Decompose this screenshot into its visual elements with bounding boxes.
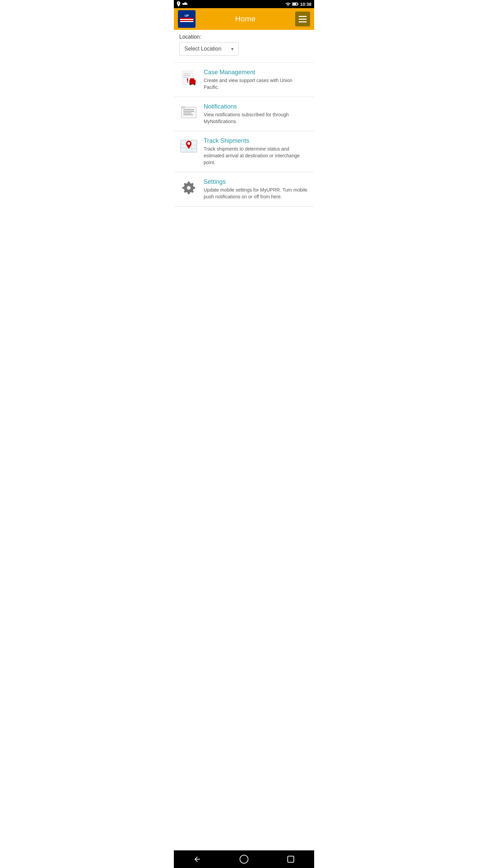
settings-content: Settings Update mobile settings for MyUP… bbox=[204, 178, 309, 200]
svg-rect-5 bbox=[180, 20, 194, 21]
location-section: Location: Select Location ▾ bbox=[174, 30, 314, 58]
location-pin-icon bbox=[177, 1, 181, 7]
svg-rect-25 bbox=[186, 106, 190, 108]
svg-point-18 bbox=[187, 82, 188, 83]
case-management-item[interactable]: Case Management Create and view support … bbox=[174, 62, 314, 97]
notifications-content: Notifications View notifications subscri… bbox=[204, 103, 309, 125]
svg-rect-3 bbox=[180, 18, 194, 19]
case-management-desc: Create and view support cases with Union… bbox=[204, 77, 309, 91]
track-shipments-item[interactable]: Track Shipments Track shipments to deter… bbox=[174, 131, 314, 172]
track-shipments-content: Track Shipments Track shipments to deter… bbox=[204, 137, 309, 166]
menu-button[interactable] bbox=[295, 12, 310, 26]
settings-item[interactable]: Settings Update mobile settings for MyUP… bbox=[174, 172, 314, 206]
menu-list: Case Management Create and view support … bbox=[174, 62, 314, 206]
location-select-dropdown[interactable]: Select Location ▾ bbox=[179, 42, 239, 56]
svg-rect-1 bbox=[292, 3, 296, 5]
svg-text:UP: UP bbox=[185, 14, 189, 17]
track-shipments-desc: Track shipments to determine status and … bbox=[204, 146, 309, 166]
notifications-title: Notifications bbox=[204, 103, 309, 110]
location-label: Location: bbox=[179, 34, 309, 40]
notifications-icon bbox=[180, 104, 198, 121]
menu-line-2 bbox=[299, 19, 307, 20]
svg-rect-20 bbox=[183, 109, 194, 110]
case-management-icon bbox=[180, 70, 198, 87]
status-bar: 10:38 bbox=[174, 0, 314, 8]
svg-point-31 bbox=[187, 142, 190, 145]
app-header: UP Home bbox=[174, 8, 314, 30]
svg-point-16 bbox=[194, 84, 196, 85]
svg-rect-22 bbox=[183, 113, 191, 114]
svg-point-15 bbox=[190, 84, 191, 85]
menu-line-1 bbox=[299, 16, 307, 17]
time-display: 10:38 bbox=[300, 2, 311, 7]
chevron-down-icon: ▾ bbox=[231, 46, 233, 52]
status-bar-right: 10:38 bbox=[285, 2, 311, 7]
svg-rect-12 bbox=[183, 77, 188, 78]
notifications-item[interactable]: Notifications View notifications subscri… bbox=[174, 97, 314, 131]
svg-rect-4 bbox=[180, 19, 194, 20]
location-select-text: Select Location bbox=[184, 46, 221, 52]
svg-rect-24 bbox=[181, 106, 185, 108]
case-management-icon-container bbox=[179, 69, 198, 88]
track-shipments-icon-container bbox=[179, 137, 198, 156]
svg-rect-11 bbox=[183, 75, 190, 76]
svg-rect-10 bbox=[183, 74, 190, 74]
svg-point-32 bbox=[187, 186, 191, 190]
case-management-title: Case Management bbox=[204, 69, 309, 76]
page-title: Home bbox=[235, 15, 256, 23]
track-shipments-title: Track Shipments bbox=[204, 137, 309, 144]
app-logo: UP bbox=[178, 10, 196, 28]
status-bar-left bbox=[177, 1, 188, 7]
svg-rect-23 bbox=[183, 114, 193, 115]
notifications-desc: View notifications subscribed for throug… bbox=[204, 112, 309, 125]
union-pacific-logo: UP bbox=[179, 11, 195, 27]
svg-rect-17 bbox=[187, 78, 188, 81]
settings-title: Settings bbox=[204, 178, 309, 185]
track-shipments-icon bbox=[180, 138, 198, 156]
settings-icon-container bbox=[179, 178, 198, 197]
svg-rect-14 bbox=[190, 78, 194, 81]
settings-gear-icon bbox=[180, 179, 198, 197]
svg-rect-6 bbox=[180, 21, 194, 22]
svg-rect-2 bbox=[298, 3, 298, 5]
menu-line-3 bbox=[299, 21, 307, 22]
case-management-content: Case Management Create and view support … bbox=[204, 69, 309, 91]
svg-rect-21 bbox=[183, 111, 194, 112]
battery-icon bbox=[292, 2, 299, 6]
wifi-icon bbox=[285, 2, 291, 6]
notifications-icon-container bbox=[179, 103, 198, 122]
cloud-icon bbox=[182, 2, 188, 6]
settings-desc: Update mobile settings for MyUPRR. Turn … bbox=[204, 187, 309, 200]
